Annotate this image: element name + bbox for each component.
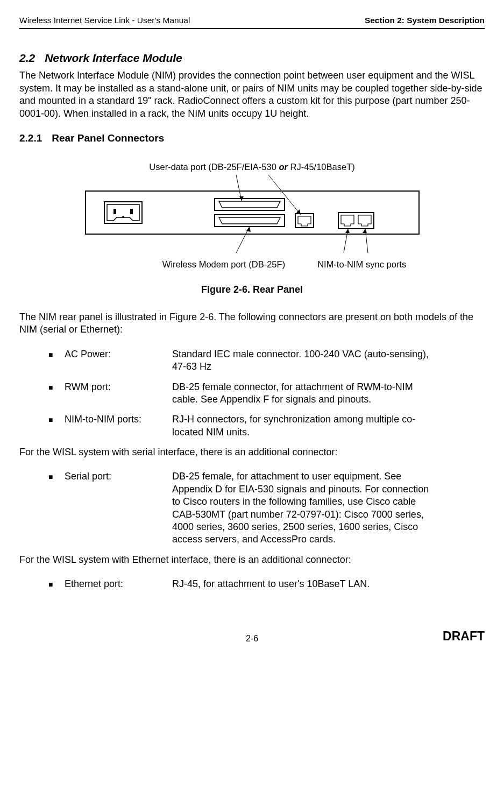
svg-rect-5 bbox=[104, 202, 142, 223]
paragraph-serial-intro: For the WISL system with serial interfac… bbox=[19, 446, 485, 458]
item-desc: DB-25 female, for attachment to user equ… bbox=[172, 470, 430, 546]
bullet-icon: ■ bbox=[48, 470, 65, 546]
svg-rect-7 bbox=[130, 209, 133, 214]
svg-point-8 bbox=[122, 216, 124, 218]
subsection-number: 2.2.1 bbox=[19, 132, 42, 144]
item-label: AC Power: bbox=[65, 348, 172, 373]
subsection-heading: 2.2.1Rear Panel Connectors bbox=[19, 132, 485, 145]
footer-status: DRAFT bbox=[443, 629, 485, 643]
list-item: ■ RWM port: DB-25 female connector, for … bbox=[48, 381, 485, 406]
figure-rear-panel: User-data port (DB-25F/EIA-530 or RJ-45/… bbox=[19, 161, 485, 296]
item-desc: DB-25 female connector, for attachment o… bbox=[172, 381, 430, 406]
list-item: ■ AC Power: Standard IEC male connector.… bbox=[48, 348, 485, 373]
list-item: ■ NIM-to-NIM ports: RJ-H connectors, for… bbox=[48, 413, 485, 439]
connector-list-common: ■ AC Power: Standard IEC male connector.… bbox=[19, 348, 485, 439]
bullet-icon: ■ bbox=[48, 348, 65, 373]
page-footer: 2-6 DRAFT bbox=[19, 629, 485, 645]
connector-list-ethernet: ■ Ethernet port: RJ-45, for attachment t… bbox=[19, 578, 485, 590]
svg-marker-18 bbox=[363, 229, 367, 233]
figure-caption: Figure 2-6. Rear Panel bbox=[19, 284, 485, 296]
header-rule bbox=[19, 28, 485, 29]
intro-paragraph: The Network Interface Module (NIM) provi… bbox=[19, 69, 485, 120]
svg-rect-9 bbox=[215, 199, 285, 210]
item-label: NIM-to-NIM ports: bbox=[65, 413, 172, 439]
bullet-icon: ■ bbox=[48, 578, 65, 590]
figure-bottom-labels: Wireless Modem port (DB-25F) NIM-to-NIM … bbox=[19, 259, 485, 270]
svg-marker-16 bbox=[345, 229, 350, 233]
section-title: Network Interface Module bbox=[45, 52, 182, 64]
item-label: RWM port: bbox=[65, 381, 172, 406]
bullet-icon: ■ bbox=[48, 413, 65, 439]
paragraph-ethernet-intro: For the WISL system with Ethernet interf… bbox=[19, 554, 485, 566]
header-right: Section 2: System Description bbox=[365, 15, 485, 26]
subsection-title: Rear Panel Connectors bbox=[52, 132, 164, 144]
item-label: Ethernet port: bbox=[65, 578, 172, 590]
paragraph-connectors-intro: The NIM rear panel is illustrated in Fig… bbox=[19, 311, 485, 336]
figure-top-label: User-data port (DB-25F/EIA-530 or RJ-45/… bbox=[19, 161, 485, 173]
footer-page-number: 2-6 bbox=[84, 633, 420, 645]
page-header: Wireless Internet Service Link - User's … bbox=[19, 15, 485, 26]
bullet-icon: ■ bbox=[48, 381, 65, 406]
header-left: Wireless Internet Service Link - User's … bbox=[19, 15, 190, 26]
item-desc: RJ-H connectors, for synchronization amo… bbox=[172, 413, 430, 439]
list-item: ■ Serial port: DB-25 female, for attachm… bbox=[48, 470, 485, 546]
item-label: Serial port: bbox=[65, 470, 172, 546]
label-sync-ports: NIM-to-NIM sync ports bbox=[317, 259, 406, 270]
svg-rect-10 bbox=[215, 215, 285, 227]
section-heading: 2.2Network Interface Module bbox=[19, 51, 485, 65]
svg-rect-6 bbox=[113, 209, 116, 214]
item-desc: Standard IEC male connector. 100-240 VAC… bbox=[172, 348, 430, 373]
item-desc: RJ-45, for attachment to user's 10BaseT … bbox=[172, 578, 430, 590]
list-item: ■ Ethernet port: RJ-45, for attachment t… bbox=[48, 578, 485, 590]
section-number: 2.2 bbox=[19, 52, 35, 64]
connector-list-serial: ■ Serial port: DB-25 female, for attachm… bbox=[19, 470, 485, 546]
label-modem-port: Wireless Modem port (DB-25F) bbox=[162, 259, 285, 270]
rear-panel-diagram bbox=[75, 175, 430, 256]
